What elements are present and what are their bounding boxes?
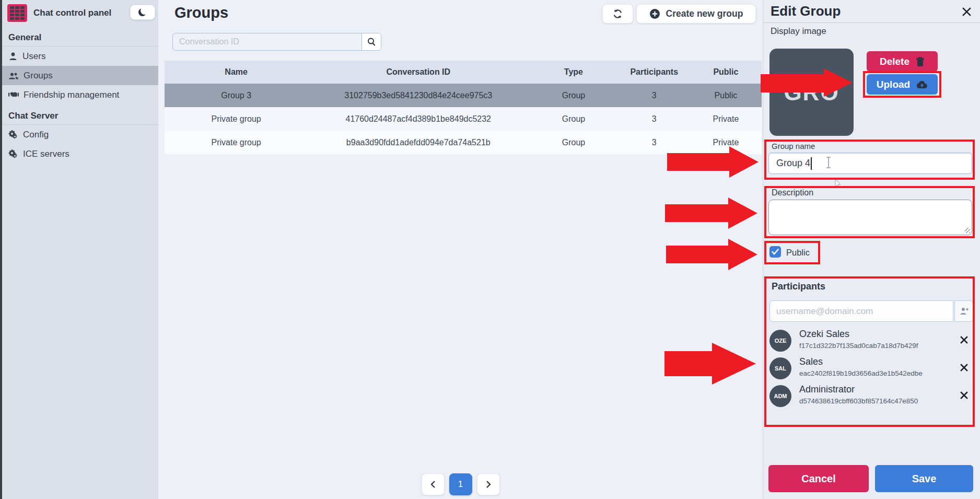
- group-name-input[interactable]: Group 4: [768, 153, 972, 174]
- text-caret: [811, 157, 812, 170]
- cell-conversation-id: b9aa3d90fdd1adefdd094e7da74a521b: [308, 131, 529, 154]
- upload-button-label: Upload: [877, 79, 910, 90]
- next-page-button[interactable]: [477, 473, 500, 495]
- public-checkbox-label: Public: [786, 248, 810, 258]
- cell-type: Group: [529, 107, 618, 131]
- plus-circle-icon: [649, 8, 660, 19]
- previous-page-button[interactable]: [422, 473, 445, 495]
- x-icon: [960, 391, 969, 400]
- cell-type: Group: [529, 84, 618, 107]
- group-name-label: Group name: [772, 142, 815, 150]
- sidebar-section-general: General: [2, 26, 158, 47]
- cancel-button[interactable]: Cancel: [768, 465, 869, 492]
- create-new-group-button[interactable]: Create new group: [636, 4, 756, 24]
- sidebar: Chat control panel General Users Groups: [0, 0, 158, 499]
- mouse-pointer-icon: [835, 179, 842, 188]
- column-header-public: Public: [690, 61, 762, 84]
- search-group: [172, 33, 381, 51]
- sidebar-item-friendship-management[interactable]: Friendship management: [2, 85, 158, 105]
- panel-title: Edit Group: [771, 3, 841, 19]
- app-logo-icon: [7, 4, 27, 22]
- chevron-right-icon: [485, 480, 492, 489]
- sidebar-section-chat-server: Chat Server: [2, 105, 158, 125]
- search-button[interactable]: [361, 33, 381, 50]
- sidebar-item-config[interactable]: Config: [2, 125, 158, 144]
- panel-divider: [763, 22, 980, 23]
- remove-participant-button[interactable]: [959, 334, 969, 345]
- public-checkbox[interactable]: [769, 246, 781, 258]
- cell-participants: 3: [619, 107, 690, 131]
- column-header-name: Name: [165, 61, 308, 84]
- description-textarea[interactable]: [768, 200, 972, 235]
- display-image-label: Display image: [771, 26, 826, 37]
- page-title: Groups: [174, 4, 228, 21]
- search-input[interactable]: [173, 33, 361, 50]
- page-number-button[interactable]: 1: [449, 473, 472, 495]
- cell-participants: 3: [619, 84, 690, 107]
- ibeam-cursor: [828, 157, 829, 168]
- column-header-type: Type: [529, 61, 618, 84]
- pagination: 1: [158, 473, 763, 495]
- remove-participant-button[interactable]: [959, 362, 969, 373]
- checkmark-icon: [772, 249, 779, 255]
- sidebar-item-label: Friendship management: [24, 90, 119, 100]
- table-row[interactable]: Private group 41760d24487acf4d389b1be849…: [165, 107, 762, 131]
- main-content: Groups Create new group: [158, 0, 763, 499]
- gears-icon: [8, 130, 18, 140]
- edit-group-panel: Edit Group Display image GRO Delete Uplo…: [763, 0, 980, 499]
- group-display-image: GRO: [769, 49, 854, 136]
- users-icon: [8, 71, 19, 80]
- group-name-value: Group 4: [776, 158, 810, 169]
- groups-table: Name Conversation ID Type Participants P…: [165, 61, 762, 154]
- user-icon: [8, 52, 18, 61]
- app-title: Chat control panel: [33, 8, 111, 18]
- cloud-upload-icon: [916, 80, 928, 89]
- sidebar-item-label: Config: [23, 130, 49, 140]
- chevron-left-icon: [429, 480, 437, 489]
- sidebar-item-label: ICE servers: [23, 149, 69, 159]
- participant-row: ADM Administrator d574638619cbff603bf857…: [769, 383, 974, 409]
- participant-id: d574638619cbff603bf857164c47e850: [799, 397, 918, 405]
- x-icon: [960, 363, 969, 372]
- resize-grip-icon[interactable]: [965, 228, 970, 233]
- cell-public: Public: [690, 84, 762, 107]
- description-label: Description: [772, 188, 813, 198]
- save-button[interactable]: Save: [875, 465, 973, 492]
- column-header-conversation-id: Conversation ID: [308, 61, 529, 84]
- x-icon: [960, 335, 969, 344]
- participant-username-input[interactable]: [769, 300, 953, 322]
- column-header-participants: Participants: [619, 61, 690, 84]
- participant-row: SAL Sales eac2402f819b19d3656ad3e1b542ed…: [769, 355, 974, 381]
- participant-id: f17c1d322b7f135ad0cab7a18d7b429f: [799, 342, 918, 350]
- participant-name: Ozeki Sales: [799, 329, 849, 340]
- close-panel-button[interactable]: [960, 5, 973, 18]
- participant-name: Sales: [799, 356, 823, 367]
- table-row[interactable]: Private group b9aa3d90fdd1adefdd094e7da7…: [165, 131, 762, 154]
- cell-public: Private: [690, 107, 762, 131]
- dark-mode-toggle[interactable]: [130, 5, 155, 20]
- remove-participant-button[interactable]: [959, 390, 969, 400]
- person-add-icon: [959, 307, 969, 316]
- delete-image-button[interactable]: Delete: [867, 51, 938, 72]
- participant-name: Administrator: [799, 384, 855, 395]
- sidebar-item-label: Users: [22, 51, 45, 62]
- participants-label: Participants: [772, 281, 825, 292]
- cell-name: Private group: [165, 131, 308, 154]
- close-icon: [962, 7, 972, 17]
- participant-avatar: OZE: [769, 330, 791, 352]
- cell-name: Private group: [165, 107, 308, 131]
- cell-public: Private: [690, 131, 762, 154]
- delete-button-label: Delete: [880, 56, 909, 67]
- add-participant-button[interactable]: [954, 300, 973, 322]
- handshake-icon: [8, 91, 19, 99]
- refresh-button[interactable]: [602, 4, 633, 24]
- search-icon: [367, 37, 376, 47]
- upload-image-button[interactable]: Upload: [867, 74, 938, 95]
- sidebar-item-groups[interactable]: Groups: [2, 66, 158, 85]
- table-row[interactable]: Group 3 3102759b3ed5841230d84e24cee975c3…: [165, 84, 762, 107]
- create-new-group-label: Create new group: [666, 8, 743, 19]
- sidebar-item-ice-servers[interactable]: ICE servers: [2, 144, 158, 164]
- participant-avatar: SAL: [769, 357, 791, 379]
- refresh-icon: [612, 8, 623, 19]
- sidebar-item-users[interactable]: Users: [2, 47, 158, 66]
